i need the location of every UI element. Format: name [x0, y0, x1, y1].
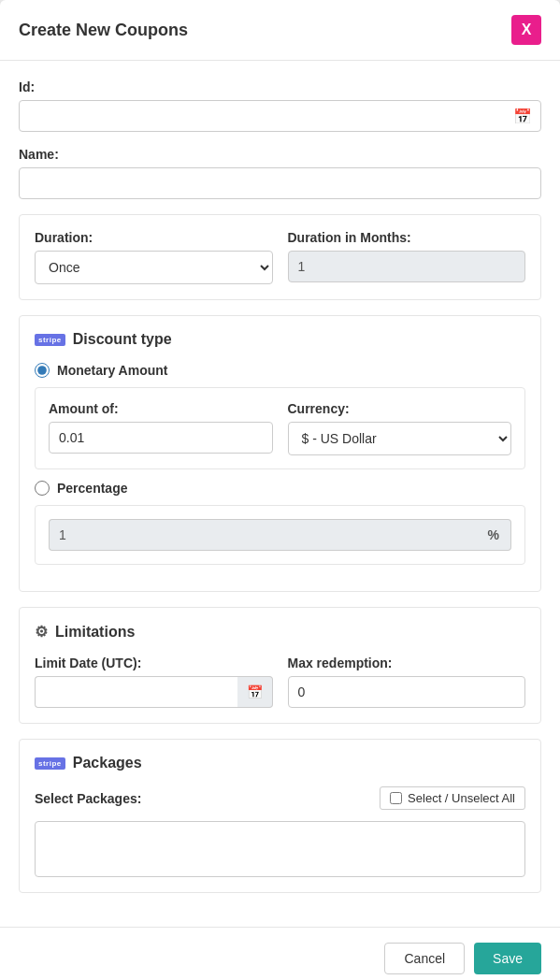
discount-header: stripe Discount type — [35, 331, 525, 348]
duration-select[interactable]: Once Repeating Forever — [35, 251, 273, 284]
percentage-option: Percentage % — [35, 481, 525, 565]
duration-label: Duration: — [35, 230, 273, 245]
name-label: Name: — [19, 147, 541, 162]
select-packages-label: Select Packages: — [35, 791, 141, 806]
percentage-sub-card: % — [35, 505, 525, 565]
limitations-title: Limitations — [55, 624, 135, 641]
amount-input[interactable] — [49, 422, 273, 454]
packages-select[interactable] — [35, 821, 525, 877]
duration-section: Duration: Once Repeating Forever Duratio… — [19, 214, 541, 300]
select-all-label: Select / Unselect All — [408, 791, 515, 805]
close-button[interactable]: X — [511, 15, 541, 45]
modal-body: Id: 📅 Name: Duration: Once Repeating For… — [0, 61, 560, 927]
max-redemption-input[interactable] — [288, 676, 526, 708]
select-all-checkbox[interactable] — [390, 792, 402, 804]
limit-date-input[interactable] — [35, 676, 237, 708]
percentage-input[interactable] — [49, 519, 477, 551]
calendar-button[interactable]: 📅 — [237, 676, 273, 708]
create-coupons-modal: Create New Coupons X Id: 📅 Name: Duratio… — [0, 0, 560, 980]
percentage-symbol: % — [477, 519, 511, 551]
currency-select[interactable]: $ - US Dollar € - Euro £ - British Pound — [288, 422, 512, 455]
id-label: Id: — [19, 79, 541, 94]
monetary-sub-card: Amount of: Currency: $ - US Dollar € - E… — [35, 387, 525, 469]
percentage-label: Percentage — [57, 481, 127, 496]
packages-section: stripe Packages Select Packages: Select … — [19, 739, 541, 893]
limit-date-col: Limit Date (UTC): 📅 — [35, 656, 273, 708]
id-input[interactable] — [19, 100, 541, 132]
modal-header: Create New Coupons X — [0, 0, 560, 61]
amount-col: Amount of: — [49, 401, 273, 455]
name-input[interactable] — [19, 167, 541, 199]
packages-header: stripe Packages — [35, 755, 525, 771]
limit-date-label: Limit Date (UTC): — [35, 656, 273, 670]
limitations-header: ⚙ Limitations — [35, 623, 525, 641]
stripe-logo-packages: stripe — [35, 757, 65, 770]
duration-col: Duration: Once Repeating Forever — [35, 230, 273, 284]
date-input-wrapper: 📅 — [35, 676, 273, 708]
limitations-row: Limit Date (UTC): 📅 Max redemption: — [35, 656, 525, 708]
currency-col: Currency: $ - US Dollar € - Euro £ - Bri… — [288, 401, 512, 455]
modal-title: Create New Coupons — [19, 21, 188, 40]
limitations-section: ⚙ Limitations Limit Date (UTC): 📅 Max re… — [19, 607, 541, 724]
duration-months-input[interactable] — [288, 251, 526, 282]
modal-footer: Cancel Save — [0, 927, 560, 980]
discount-section: stripe Discount type Monetary Amount Amo… — [19, 315, 541, 592]
amount-label: Amount of: — [49, 401, 273, 416]
id-icon: 📅 — [513, 108, 532, 125]
id-field-group: Id: 📅 — [19, 79, 541, 132]
packages-controls: Select Packages: Select / Unselect All — [35, 786, 525, 810]
currency-label: Currency: — [288, 401, 512, 416]
monetary-label: Monetary Amount — [57, 363, 167, 378]
id-input-wrapper: 📅 — [19, 100, 541, 132]
max-redemption-col: Max redemption: — [288, 656, 526, 708]
name-field-group: Name: — [19, 147, 541, 199]
percentage-header: Percentage — [35, 481, 525, 496]
stripe-logo-discount: stripe — [35, 334, 65, 346]
discount-title: Discount type — [73, 331, 172, 348]
monetary-header: Monetary Amount — [35, 363, 525, 378]
select-all-button[interactable]: Select / Unselect All — [380, 786, 525, 810]
amount-row: Amount of: Currency: $ - US Dollar € - E… — [49, 401, 511, 455]
max-redemption-label: Max redemption: — [288, 656, 526, 670]
save-button[interactable]: Save — [474, 943, 541, 974]
cancel-button[interactable]: Cancel — [384, 943, 465, 974]
percentage-radio[interactable] — [35, 481, 50, 496]
percentage-row: % — [49, 519, 511, 551]
packages-title: Packages — [73, 755, 142, 771]
gear-icon: ⚙ — [35, 623, 48, 641]
duration-months-col: Duration in Months: — [288, 230, 526, 284]
monetary-option: Monetary Amount Amount of: Currency: $ -… — [35, 363, 525, 469]
duration-months-label: Duration in Months: — [288, 230, 526, 245]
monetary-radio[interactable] — [35, 363, 50, 378]
